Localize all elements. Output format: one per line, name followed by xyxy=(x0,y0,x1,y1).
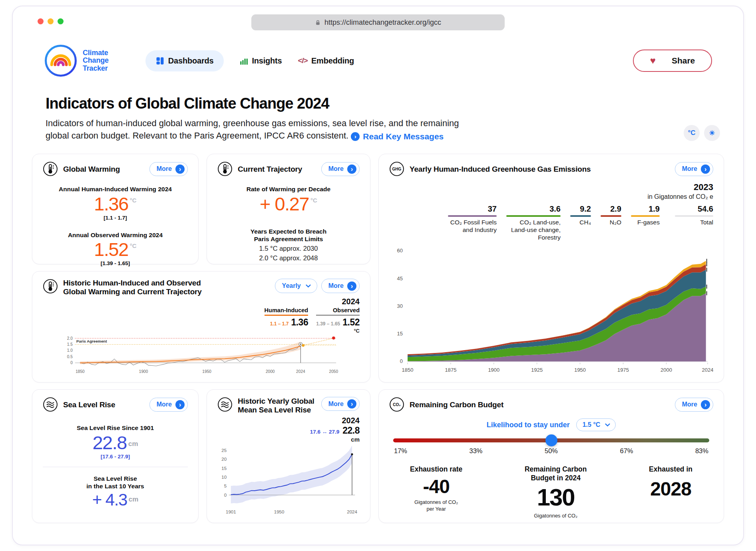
sea-level-more-button[interactable]: More › xyxy=(149,398,188,412)
chevron-down-icon xyxy=(605,423,610,427)
chevron-right-icon: › xyxy=(347,399,356,408)
slider-labels: 17% 33% 50% 67% 83% xyxy=(394,447,708,455)
exhaustion-rate-value: -40 xyxy=(410,476,462,497)
nav-embedding[interactable]: </> Embedding xyxy=(298,56,354,65)
co2-icon: CO₂ xyxy=(389,397,404,412)
card-title: Historic Human-Induced and Observed Glob… xyxy=(63,279,202,296)
svg-text:1950: 1950 xyxy=(574,367,586,373)
historic-warming-more-button[interactable]: More › xyxy=(321,279,360,293)
thermometer-icon xyxy=(217,161,233,176)
card-title: Remaining Carbon Budget xyxy=(410,400,503,409)
sea-level-chart-card: Historic Yearly Global Mean Sea Level Ri… xyxy=(207,389,370,523)
svg-text:1950: 1950 xyxy=(274,509,284,514)
code-icon: </> xyxy=(298,56,307,65)
ghg-more-button[interactable]: More › xyxy=(675,162,713,176)
address-bar[interactable]: https://climatechangetracker.org/igcc xyxy=(251,14,505,30)
nav-embedding-label: Embedding xyxy=(311,56,354,65)
sun-icon: ☀ xyxy=(709,129,715,137)
share-button[interactable]: ♥ Share xyxy=(633,50,712,72)
sea-level-since-1901-value: 22.8 xyxy=(92,433,126,453)
waves-icon xyxy=(43,397,58,412)
likelihood-label: Likelihood to stay under xyxy=(487,421,570,429)
nav-dashboards-label: Dashboards xyxy=(168,56,214,65)
svg-text:2050: 2050 xyxy=(329,369,338,374)
global-warming-more-button[interactable]: More › xyxy=(149,162,188,176)
remaining-budget-value: 130 xyxy=(525,484,587,511)
legend-unit: °C xyxy=(354,328,360,334)
brand-logo[interactable]: Climate Change Tracker xyxy=(44,44,109,77)
main-nav: Dashboards Insights </> Embedding xyxy=(145,50,354,71)
sea-level-rise-card: Sea Level Rise More › Sea Level Rise Sin… xyxy=(32,389,199,523)
climate-change-tracker-logo-icon xyxy=(44,44,78,77)
card-title: Historic Yearly Global Mean Sea Level Ri… xyxy=(238,397,314,414)
nav-dashboards[interactable]: Dashboards xyxy=(145,50,224,71)
fullscreen-button[interactable] xyxy=(58,18,64,24)
svg-text:2.0: 2.0 xyxy=(67,336,73,341)
thermometer-icon xyxy=(43,279,58,294)
nav-insights-label: Insights xyxy=(252,56,282,65)
svg-text:60: 60 xyxy=(397,248,403,254)
divider xyxy=(43,467,188,467)
share-label: Share xyxy=(672,56,695,65)
svg-text:1900: 1900 xyxy=(488,367,499,373)
theme-sun-button[interactable]: ☀ xyxy=(704,125,720,141)
temperature-limit-dropdown[interactable]: 1.5 °C xyxy=(576,418,616,431)
carbon-budget-more-button[interactable]: More › xyxy=(675,398,713,412)
chevron-right-icon: › xyxy=(701,400,710,409)
ghg-legend: 37 CO₂ Fossil Fuels and Industry 3.6 CO₂… xyxy=(389,204,713,241)
human-induced-warming-range: [1.1 - 1.7] xyxy=(43,215,188,221)
chevron-right-icon: › xyxy=(175,165,185,174)
legend-observed: Observed 1.39 – 1.651.52 xyxy=(316,307,360,328)
slider-thumb[interactable] xyxy=(545,434,557,446)
exhaustion-rate-stat: Exhaustion rate -40 Gigatonnes of CO₂per… xyxy=(410,465,462,519)
human-induced-warming-value: 1.36 xyxy=(94,194,128,214)
svg-text:1.5: 1.5 xyxy=(67,342,73,347)
card-title: Current Trajectory xyxy=(238,165,302,174)
browser-chrome: https://climatechangetracker.org/igcc xyxy=(32,13,724,32)
svg-text:1850: 1850 xyxy=(402,367,414,373)
chevron-right-icon: › xyxy=(347,165,356,174)
ghg-emissions-chart: 0153045601850187519001925195019752000202… xyxy=(389,243,713,375)
legend-co2-fossil: 37 CO₂ Fossil Fuels and Industry xyxy=(448,204,497,234)
exhausted-in-stat: Exhausted in 2028 xyxy=(649,465,692,519)
site-header: Climate Change Tracker Dashboards Insigh… xyxy=(32,44,724,77)
sea-level-chart: 0510152025190119502024 xyxy=(217,444,360,516)
subtitle-line1: Indicators of human-induced global warmi… xyxy=(46,118,459,128)
card-title: Yearly Human-Induced Greenhouse Gas Emis… xyxy=(410,165,591,174)
sea-level-chart-more-button[interactable]: More › xyxy=(321,397,360,411)
read-key-messages-link[interactable]: › Read Key Messages xyxy=(351,132,444,141)
historic-warming-chart: Paris Agreement00.51.01.52.0185019001950… xyxy=(43,334,360,375)
svg-text:2024: 2024 xyxy=(296,369,305,374)
chevron-right-icon: › xyxy=(347,281,356,291)
svg-text:1925: 1925 xyxy=(531,367,543,373)
legend-year: 2024 xyxy=(342,297,360,306)
page-subtitle: Indicators of human-induced global warmi… xyxy=(46,117,710,142)
sea-level-range: [17.6 - 27.9] xyxy=(43,454,188,460)
thermometer-icon xyxy=(43,161,58,176)
chevron-down-icon xyxy=(306,284,311,288)
celsius-toggle-button[interactable]: °C xyxy=(684,125,700,141)
ghg-year-label: 2023 xyxy=(389,182,713,192)
card-title: Sea Level Rise xyxy=(63,400,115,409)
minimize-button[interactable] xyxy=(48,18,54,24)
svg-text:10: 10 xyxy=(221,474,227,479)
svg-text:0: 0 xyxy=(70,361,73,365)
legend-fgases: 1.9 F-gases xyxy=(631,204,660,226)
sea-level-10yr-stat: Sea Level Risein the Last 10 Years + 4.3… xyxy=(43,475,188,509)
svg-text:Paris Agreement: Paris Agreement xyxy=(76,339,107,343)
current-trajectory-more-button[interactable]: More › xyxy=(321,162,360,176)
chevron-right-icon: › xyxy=(175,400,185,409)
close-button[interactable] xyxy=(38,18,44,24)
sea-level-chart-legend: 2024 17.6 ↔ 27.922.8 cm xyxy=(217,415,360,443)
svg-text:45: 45 xyxy=(397,276,403,281)
nav-insights[interactable]: Insights xyxy=(240,56,282,65)
svg-text:1850: 1850 xyxy=(76,369,85,374)
historic-warming-card: Historic Human-Induced and Observed Glob… xyxy=(32,271,370,383)
observed-warming-stat: Annual Observed Warming 2024 1.52°C [1.3… xyxy=(43,231,188,266)
breach-years-stat: Years Expected to BreachParis Agreement … xyxy=(217,228,360,262)
browser-window: https://climatechangetracker.org/igcc Cl… xyxy=(12,6,744,545)
interval-dropdown[interactable]: Yearly xyxy=(275,279,317,293)
svg-text:GHG: GHG xyxy=(392,167,402,171)
likelihood-slider xyxy=(393,438,709,442)
svg-text:25: 25 xyxy=(221,448,227,452)
